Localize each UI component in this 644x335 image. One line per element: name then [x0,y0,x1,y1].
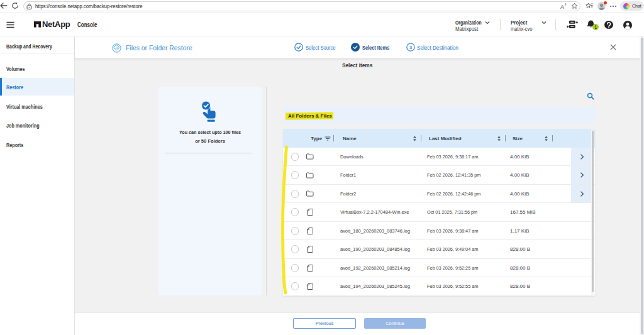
svg-text:A: A [560,4,564,10]
svg-text:3: 3 [409,45,413,50]
